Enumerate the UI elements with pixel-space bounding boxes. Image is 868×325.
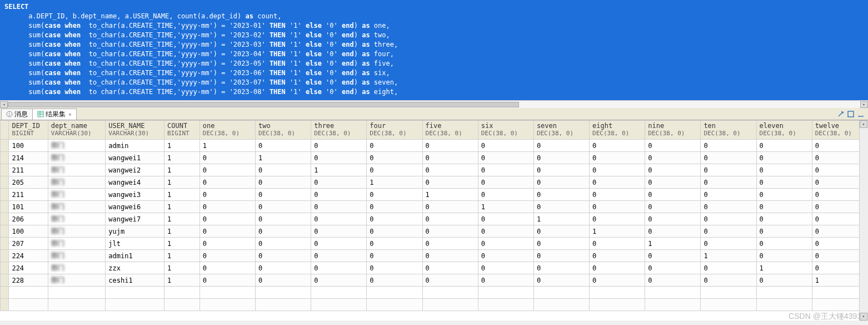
cell[interactable]: 100: [9, 140, 48, 152]
cell[interactable]: 0: [478, 250, 533, 262]
cell[interactable]: 0: [367, 225, 422, 238]
cell[interactable]: 0: [478, 189, 533, 201]
cell[interactable]: 1: [164, 140, 200, 152]
column-header-eleven[interactable]: elevenDEC(38, 0): [756, 121, 812, 140]
cell[interactable]: 1: [164, 164, 200, 176]
cell[interactable]: 0: [645, 274, 701, 287]
cell[interactable]: 0: [256, 189, 311, 201]
cell[interactable]: 0: [590, 250, 645, 262]
cell[interactable]: 0: [478, 164, 533, 176]
minimize-icon[interactable]: [857, 110, 865, 118]
cell[interactable]: 0: [645, 250, 701, 262]
cell[interactable]: 206: [9, 213, 48, 225]
cell[interactable]: 0: [422, 238, 478, 250]
cell[interactable]: wangwei3: [106, 189, 164, 201]
cell[interactable]: 部门: [48, 213, 105, 225]
cell[interactable]: 0: [533, 250, 589, 262]
cell[interactable]: 0: [590, 176, 645, 189]
cell[interactable]: 0: [199, 213, 255, 225]
cell[interactable]: 0: [590, 262, 645, 274]
table-row[interactable]: 224部门admin11000000000100: [1, 250, 868, 262]
cell[interactable]: 0: [311, 189, 367, 201]
cell[interactable]: 0: [645, 262, 701, 274]
cell[interactable]: 0: [367, 201, 422, 213]
cell[interactable]: 0: [701, 164, 756, 176]
grid-vscrollbar[interactable]: ▴ ▾: [859, 120, 868, 321]
cell[interactable]: wangwei6: [106, 201, 164, 213]
maximize-icon[interactable]: [847, 110, 855, 118]
cell[interactable]: 0: [367, 164, 422, 176]
cell[interactable]: 1: [701, 250, 756, 262]
cell[interactable]: 0: [367, 213, 422, 225]
cell[interactable]: 0: [645, 225, 701, 238]
scroll-left-button[interactable]: ◂: [0, 101, 8, 108]
table-row[interactable]: 206部门wangwei71000000100000: [1, 213, 868, 225]
cell[interactable]: 0: [701, 201, 756, 213]
cell[interactable]: 0: [367, 262, 422, 274]
cell[interactable]: 0: [756, 225, 812, 238]
cell[interactable]: 0: [256, 250, 311, 262]
column-header-nine[interactable]: nineDEC(38, 0): [645, 121, 701, 140]
sql-editor[interactable]: SELECT a.DEPT_ID, b.dept_name, a.USER_NA…: [0, 0, 868, 100]
cell[interactable]: 0: [422, 213, 478, 225]
cell[interactable]: 0: [199, 201, 255, 213]
cell[interactable]: 0: [367, 274, 422, 287]
column-header-six[interactable]: sixDEC(38, 0): [478, 121, 533, 140]
cell[interactable]: 0: [256, 176, 311, 189]
cell[interactable]: 0: [422, 201, 478, 213]
cell[interactable]: 0: [199, 176, 255, 189]
cell[interactable]: wangwei4: [106, 176, 164, 189]
table-row[interactable]: 100部门admin1100000000000: [1, 140, 868, 152]
cell[interactable]: 0: [645, 164, 701, 176]
cell[interactable]: 1: [164, 274, 200, 287]
table-row[interactable]: 205部门wangwei41000100000000: [1, 176, 868, 189]
cell[interactable]: 1: [311, 164, 367, 176]
cell[interactable]: 部门: [48, 225, 105, 238]
cell[interactable]: ceshi1: [106, 274, 164, 287]
cell[interactable]: 0: [701, 189, 756, 201]
cell[interactable]: 0: [701, 274, 756, 287]
cell[interactable]: 0: [478, 176, 533, 189]
cell[interactable]: 0: [756, 274, 812, 287]
column-header-USER_NAME[interactable]: USER_NAMEVARCHAR(30): [106, 121, 164, 140]
cell[interactable]: 0: [533, 176, 589, 189]
cell[interactable]: 0: [701, 225, 756, 238]
column-header-three[interactable]: threeDEC(38, 0): [311, 121, 367, 140]
cell[interactable]: 0: [199, 238, 255, 250]
cell[interactable]: 0: [478, 274, 533, 287]
cell[interactable]: 0: [756, 152, 812, 164]
cell[interactable]: 0: [311, 225, 367, 238]
cell[interactable]: 228: [9, 274, 48, 287]
cell[interactable]: 224: [9, 250, 48, 262]
cell[interactable]: 1: [256, 152, 311, 164]
cell[interactable]: 0: [533, 140, 589, 152]
column-header-ten[interactable]: tenDEC(38, 0): [701, 121, 756, 140]
cell[interactable]: 0: [199, 152, 255, 164]
cell[interactable]: wangwei2: [106, 164, 164, 176]
cell[interactable]: 0: [422, 176, 478, 189]
scroll-right-button[interactable]: ▸: [860, 101, 868, 108]
tab-消息[interactable]: i消息: [1, 109, 33, 120]
cell[interactable]: 0: [311, 213, 367, 225]
cell[interactable]: 部门: [48, 201, 105, 213]
cell[interactable]: 211: [9, 164, 48, 176]
result-grid[interactable]: DEPT_IDBIGINTdept_nameVARCHAR(30)USER_NA…: [0, 120, 868, 311]
column-header-dept_name[interactable]: dept_nameVARCHAR(30): [48, 121, 105, 140]
cell[interactable]: 0: [422, 274, 478, 287]
pin-icon[interactable]: [837, 110, 845, 118]
cell[interactable]: wangwei7: [106, 213, 164, 225]
cell[interactable]: 1: [164, 225, 200, 238]
cell[interactable]: 0: [756, 238, 812, 250]
column-header-eight[interactable]: eightDEC(38, 0): [590, 121, 645, 140]
cell[interactable]: 0: [256, 140, 311, 152]
cell[interactable]: 0: [701, 213, 756, 225]
cell[interactable]: 1: [164, 262, 200, 274]
table-row[interactable]: 101部门wangwei61000001000000: [1, 201, 868, 213]
cell[interactable]: 0: [422, 250, 478, 262]
editor-hscrollbar[interactable]: ◂ ▸: [0, 100, 868, 108]
cell[interactable]: 0: [533, 238, 589, 250]
cell[interactable]: 部门: [48, 238, 105, 250]
cell[interactable]: 0: [311, 262, 367, 274]
cell[interactable]: 1: [164, 176, 200, 189]
cell[interactable]: 部门: [48, 164, 105, 176]
